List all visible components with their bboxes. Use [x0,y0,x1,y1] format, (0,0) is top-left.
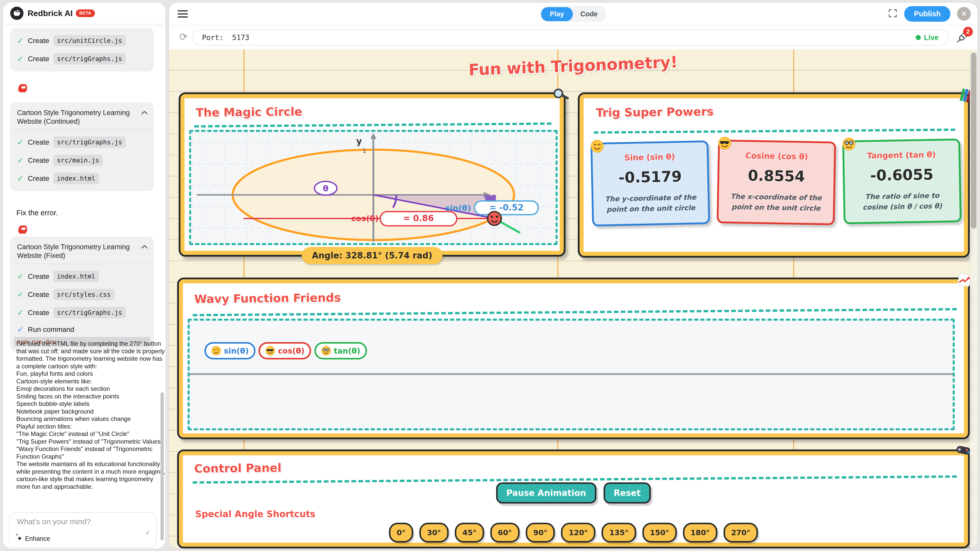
task-group-2: Cartoon Style Trigonometry Learning Webs… [10,103,154,191]
url-bar[interactable]: Port: 5173 Live [192,29,948,46]
check-icon: ✓ [17,36,28,45]
check-icon: ✓ [17,272,28,281]
task-action: Create [28,291,49,299]
function-graph-canvas[interactable]: sin(θ) cos(θ) tan(θ) [188,319,955,430]
pause-animation-button[interactable]: Pause Animation [496,483,597,503]
unit-circle-canvas[interactable]: y 1 x 1 θ cos(θ) [189,130,558,245]
enhance-button[interactable]: ✦ Enhance [17,535,150,543]
check-icon-blue: ✓ [17,325,28,334]
resize-handle-icon[interactable] [145,530,150,536]
card-title: Sine (sin θ) [593,151,707,163]
menu-icon[interactable] [178,8,188,19]
nerd-emoji-icon [842,137,856,152]
sidebar-scrollbar-thumb[interactable] [161,392,164,540]
angle-shortcuts-row: 0° 30° 45° 60° 90° 120° 135° 150° 180° 2… [179,523,968,543]
task-action: Create [28,156,49,165]
close-button[interactable]: ✕ [957,7,971,21]
task-group-1: ✓ Create src/unitCircle.js ✓ Create src/… [10,28,154,71]
tangent-card: Tangent (tan θ) -0.6055 The ratio of sin… [842,138,962,224]
task-row: ✓ Create src/unitCircle.js [17,35,153,46]
angle-button-90[interactable]: 90° [526,523,555,543]
angle-button-30[interactable]: 30° [419,523,449,543]
beta-badge: BETA [76,10,95,17]
check-icon: ✓ [17,174,28,183]
task-group-title[interactable]: Cartoon Style Trigonometry Learning Webs… [11,237,153,264]
check-icon: ✓ [17,138,28,147]
theta-label: θ [323,184,328,193]
task-row: ✓ Create index.html [17,173,153,184]
sin-function-button[interactable]: sin(θ) [204,342,256,359]
check-icon: ✓ [17,290,28,299]
task-file-chip[interactable]: index.html [53,271,99,282]
card-description: The x-coordinate of the point on the uni… [726,191,826,214]
task-row: ✓ Create index.html [17,271,153,282]
magnifier-icon [550,84,570,105]
site-preview: Fun with Trigonometry! The Magic Circle [169,49,977,549]
task-row: ✓ Create src/trigGraphs.js [17,53,153,65]
sidebar-header: Redbrick AI BETA [3,3,165,24]
reset-button[interactable]: Reset [604,483,651,503]
chevron-up-icon[interactable] [141,245,148,250]
section-heading: The Magic Circle [196,105,302,119]
section-heading: Control Panel [194,461,282,475]
preview-panel: Play Code Publish ✕ ⟳ Port: 5173 Live [169,2,978,549]
task-row: ✓ Run command [17,325,153,334]
cos-function-button[interactable]: cos(θ) [259,342,311,359]
check-icon: ✓ [17,308,28,317]
task-file-chip[interactable]: src/trigGraphs.js [53,307,126,318]
task-action: Create [28,175,49,183]
task-row: ✓ Create src/styles.css [17,289,153,300]
tangent-value: -0.6055 [845,165,959,185]
task-action: Create [28,138,49,146]
trig-powers-card: Trig Super Powers Sine (sin θ) -0.5179 T… [578,92,970,258]
url-text[interactable]: Port: 5173 [202,33,249,42]
publish-button[interactable]: Publish [904,6,950,22]
refresh-icon[interactable]: ⟳ [179,31,188,43]
task-action: Create [28,309,49,317]
angle-button-270[interactable]: 270° [724,523,758,543]
cosine-card: Cosine (cos θ) 0.8554 The x-coordinate o… [717,140,836,225]
preview-toolbar: Play Code Publish ✕ [169,3,977,25]
sine-value: -0.5179 [593,167,708,187]
task-file-chip[interactable]: src/unitCircle.js [53,35,126,46]
angle-button-0[interactable]: 0° [389,523,413,543]
task-file-chip[interactable]: src/styles.css [53,289,115,300]
section-divider [594,129,955,134]
angle-button-60[interactable]: 60° [490,523,520,543]
task-file-chip[interactable]: src/trigGraphs.js [53,53,126,65]
assistant-message: I've fixed the HTML file by completing t… [16,340,166,490]
play-tab[interactable]: Play [541,7,573,21]
code-tab[interactable]: Code [573,7,605,21]
task-file-chip[interactable]: src/trigGraphs.js [53,137,126,148]
task-file-chip[interactable]: index.html [53,173,99,184]
angle-button-45[interactable]: 45° [455,523,484,543]
chevron-up-icon[interactable] [141,110,148,116]
task-action: Create [28,272,49,281]
y-axis-label: y [356,136,362,146]
angle-button-135[interactable]: 135° [601,523,636,543]
live-dot-icon [916,35,921,40]
prompt-input[interactable] [17,517,150,532]
chat-sidebar: Redbrick AI BETA ✓ Create src/unitCircle… [3,2,166,549]
angle-readout-badge: Angle: 328.81° (5.74 rad) [302,247,442,264]
smiling-emoji-icon [590,139,604,154]
sin-value: = -0.52 [489,203,523,213]
function-buttons: sin(θ) cos(θ) tan(θ) [204,342,369,359]
control-panel-card: Control Panel Pause Animation Reset Spec… [177,449,970,548]
task-action: Run command [28,326,74,333]
card-description: The ratio of sine to cosine (sin θ / cos… [852,190,953,213]
graph-axis-line [189,373,953,375]
angle-button-120[interactable]: 120° [561,523,595,543]
angle-button-150[interactable]: 150° [642,523,677,543]
live-status: Live [916,33,939,42]
task-group-title[interactable]: Cartoon Style Trigonometry Learning Webs… [11,103,153,129]
nerd-emoji-icon [321,346,331,356]
task-file-chip[interactable]: src/main.js [53,155,103,166]
angle-button-180[interactable]: 180° [683,523,718,543]
wavy-functions-card: Wavy Function Friends sin(θ) cos(θ) tan(… [177,278,970,439]
tan-function-button[interactable]: tan(θ) [314,342,367,359]
preview-scrollbar-thumb[interactable] [971,52,977,229]
card-description: The y-coordinate of the point on the uni… [600,192,701,215]
fullscreen-icon[interactable] [888,8,897,19]
cosine-value: 0.8554 [719,166,834,186]
